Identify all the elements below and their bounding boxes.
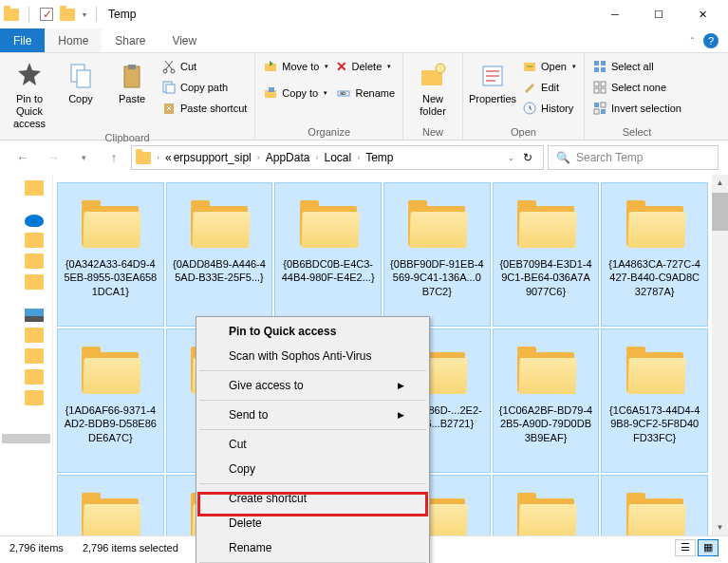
home-tab[interactable]: Home <box>45 28 102 52</box>
folder-name-label: {0B6BDC0B-E4C3-44B4-980F-E4E2...} <box>279 257 377 285</box>
svg-rect-23 <box>594 82 599 86</box>
svg-rect-27 <box>594 103 599 107</box>
qat-dropdown-icon[interactable]: ▾ <box>83 10 86 19</box>
ribbon-collapse-icon[interactable]: ⌃ <box>689 36 696 45</box>
nav-scrollbar[interactable] <box>2 434 50 443</box>
edit-button[interactable]: Edit <box>520 78 578 97</box>
folder-item[interactable]: {0BBF90DF-91EB-4569-9C41-136A...0B7C2} <box>383 182 491 327</box>
ctx-create-shortcut[interactable]: Create shortcut <box>198 486 427 511</box>
recent-dropdown[interactable]: ▾ <box>70 144 97 171</box>
details-view-button[interactable]: ☰ <box>675 539 696 556</box>
ctx-cut[interactable]: Cut <box>198 432 427 457</box>
view-tab[interactable]: View <box>159 28 210 52</box>
folder-item[interactable] <box>493 475 600 535</box>
open-group-label: Open <box>469 125 578 138</box>
select-all-button[interactable]: Select all <box>590 57 683 76</box>
invert-selection-button[interactable]: Invert selection <box>590 99 683 118</box>
folder-icon <box>298 202 359 250</box>
qat-checkbox-icon[interactable]: ✓ <box>39 7 54 22</box>
delete-x-icon: ✕ <box>336 59 347 74</box>
delete-button[interactable]: ✕Delete▾ <box>334 57 397 76</box>
folder-icon <box>625 348 685 396</box>
properties-button[interactable]: Properties <box>469 57 516 105</box>
up-button[interactable]: ↑ <box>101 144 127 171</box>
minimize-button[interactable]: ─ <box>593 0 637 28</box>
paste-shortcut-button[interactable]: Paste shortcut <box>159 99 249 118</box>
ctx-delete[interactable]: Delete <box>198 511 427 535</box>
back-button[interactable]: ← <box>9 144 36 171</box>
select-none-button[interactable]: Select none <box>590 78 683 97</box>
folder-item[interactable]: {1C6A5173-44D4-49B8-9CF2-5F8D40FD33FC} <box>601 328 708 473</box>
qat-folder-icon[interactable] <box>60 7 75 22</box>
menubar: File Home Share View ⌃ ? <box>0 28 728 53</box>
svg-rect-19 <box>594 61 599 66</box>
copy-to-button[interactable]: Copy to▾ <box>261 84 330 103</box>
folder-item[interactable]: {0B6BDC0B-E4C3-44B4-980F-E4E2...} <box>274 182 382 327</box>
file-tab[interactable]: File <box>0 28 45 52</box>
this-pc-icon <box>25 309 44 322</box>
selected-count: 2,796 items selected <box>83 542 178 554</box>
folder-item[interactable]: {0EB709B4-E3D1-49C1-BE64-036A7A9077C6} <box>493 182 600 327</box>
folder-item[interactable]: {0ADD84B9-A446-45AD-B33E-25F5...} <box>166 182 273 327</box>
folder-item[interactable]: {1AD6AF66-9371-4AD2-BDB9-D58E86DE6A7C} <box>57 328 164 473</box>
folder-name-label: {0EB709B4-E3D1-49C1-BE64-036A7A9077C6} <box>497 257 595 298</box>
move-to-button[interactable]: Move to▾ <box>261 57 330 76</box>
organize-group-label: Organize <box>261 125 397 138</box>
svg-rect-26 <box>601 88 606 93</box>
svg-rect-22 <box>601 67 606 72</box>
pin-to-quick-access-button[interactable]: Pin to Quick access <box>6 57 53 131</box>
address-dropdown-icon[interactable]: ⌄ <box>508 154 514 162</box>
cut-button[interactable]: Cut <box>159 57 249 76</box>
new-folder-button[interactable]: New folder <box>409 57 457 118</box>
copy-button[interactable]: Copy <box>57 57 104 105</box>
ctx-scan-antivirus[interactable]: Scan with Sophos Anti-Virus <box>198 344 427 368</box>
folder-icon <box>515 495 576 535</box>
folder-item[interactable]: {1C06A2BF-BD79-42B5-A90D-79D0DB3B9EAF} <box>493 328 600 473</box>
window-title: Temp <box>108 8 136 21</box>
ctx-give-access-to[interactable]: Give access to▶ <box>198 373 427 398</box>
folder-name-label: {1A4863CA-727C-4427-B440-C9AD8C32787A} <box>606 257 703 298</box>
ctx-copy[interactable]: Copy <box>198 457 427 481</box>
context-menu: Pin to Quick access Scan with Sophos Ant… <box>196 316 430 563</box>
svg-point-15 <box>436 64 445 73</box>
folder-icon <box>4 7 19 22</box>
select-group-label: Select <box>590 125 683 138</box>
paste-button[interactable]: Paste <box>108 57 156 105</box>
item-count: 2,796 items <box>9 542 64 554</box>
refresh-button[interactable]: ↻ <box>516 151 539 164</box>
folder-icon <box>515 348 576 396</box>
folder-icon <box>625 495 685 535</box>
ctx-pin-to-quick-access[interactable]: Pin to Quick access <box>198 319 427 344</box>
folder-icon <box>189 202 250 250</box>
vertical-scrollbar[interactable]: ▲ ▼ <box>712 175 728 535</box>
svg-rect-20 <box>601 61 606 66</box>
svg-text:ab: ab <box>340 90 346 96</box>
help-icon[interactable]: ? <box>703 33 719 48</box>
history-button[interactable]: History <box>520 99 578 118</box>
icons-view-button[interactable]: ▦ <box>698 539 719 556</box>
folder-item[interactable]: {0A342A33-64D9-45EB-8955-03EA6581DCA1} <box>57 182 164 327</box>
address-bar: ← → ▾ ↑ › « erpsupport_sipl› AppData› Lo… <box>0 141 728 175</box>
address-box[interactable]: › « erpsupport_sipl› AppData› Local› Tem… <box>131 145 544 170</box>
folder-item[interactable] <box>57 475 164 535</box>
close-button[interactable]: ✕ <box>681 0 724 28</box>
ctx-send-to[interactable]: Send to▶ <box>198 403 427 427</box>
open-button[interactable]: Open▾ <box>520 57 578 76</box>
ctx-rename[interactable]: Rename <box>198 535 427 560</box>
search-input[interactable]: 🔍 Search Temp <box>548 145 719 170</box>
folder-name-label: {1AD6AF66-9371-4AD2-BDB9-D58E86DE6A7C} <box>62 403 159 444</box>
folder-item[interactable]: {1A4863CA-727C-4427-B440-C9AD8C32787A} <box>601 182 708 327</box>
search-icon: 🔍 <box>556 151 570 164</box>
share-tab[interactable]: Share <box>102 28 159 52</box>
folder-item[interactable] <box>601 475 708 535</box>
folder-name-label: {0A342A33-64D9-45EB-8955-03EA6581DCA1} <box>62 257 159 298</box>
clipboard-group-label: Clipboard <box>6 131 249 143</box>
folder-icon <box>25 180 44 196</box>
folder-icon <box>25 328 44 343</box>
rename-button[interactable]: abRename <box>334 84 397 103</box>
copy-path-button[interactable]: Copy path <box>159 78 249 97</box>
forward-button[interactable]: → <box>40 144 66 171</box>
navigation-pane[interactable] <box>0 175 53 535</box>
svg-rect-25 <box>594 88 599 93</box>
maximize-button[interactable]: ☐ <box>637 0 681 28</box>
